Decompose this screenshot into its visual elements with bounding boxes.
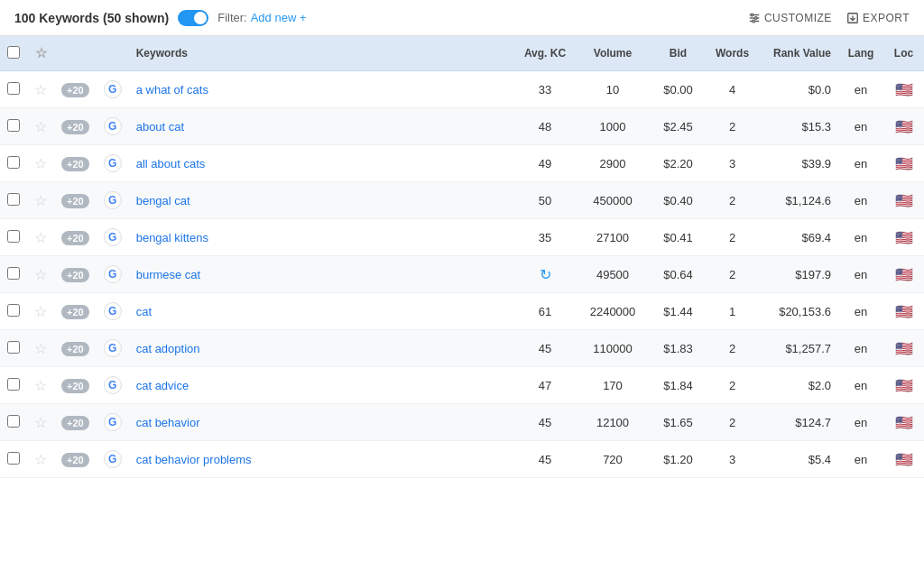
row-star-cell[interactable]: ☆ [27,293,54,330]
row-badge-cell[interactable]: +20 [54,182,97,219]
row-google-cell[interactable]: G [97,145,129,182]
row-google-cell[interactable]: G [97,293,129,330]
row-google-cell[interactable]: G [97,182,129,219]
keyword-link[interactable]: cat behavior [136,416,200,429]
row-checkbox[interactable] [7,230,20,243]
keyword-link[interactable]: cat behavior problems [136,453,252,466]
loc-col-header[interactable]: Loc [883,36,924,71]
star-icon[interactable]: ☆ [34,341,47,356]
google-search-button[interactable]: G [104,154,122,172]
google-search-button[interactable]: G [104,191,122,209]
row-google-cell[interactable]: G [97,71,129,108]
add-new-link[interactable]: Add new + [251,11,307,24]
row-checkbox[interactable] [7,193,20,206]
keyword-link[interactable]: about cat [136,120,185,133]
google-search-button[interactable]: G [104,80,122,98]
row-badge-cell[interactable]: +20 [54,441,97,478]
rank-value-col-header[interactable]: Rank Value [757,36,838,71]
row-checkbox-cell[interactable] [0,404,27,441]
row-checkbox-cell[interactable] [0,108,27,145]
row-checkbox-cell[interactable] [0,330,27,367]
row-star-cell[interactable]: ☆ [27,71,54,108]
keyword-link[interactable]: a what of cats [136,83,208,97]
row-star-cell[interactable]: ☆ [27,145,54,182]
badge[interactable]: +20 [61,379,89,393]
row-checkbox[interactable] [7,82,20,95]
google-search-button[interactable]: G [104,265,122,283]
filter-toggle[interactable] [178,10,208,26]
volume-col-header[interactable]: Volume [577,36,649,71]
row-checkbox-cell[interactable] [0,293,27,330]
star-icon[interactable]: ☆ [34,304,47,319]
row-badge-cell[interactable]: +20 [54,108,97,145]
row-google-cell[interactable]: G [97,219,129,256]
row-checkbox[interactable] [7,156,20,169]
row-star-cell[interactable]: ☆ [27,182,54,219]
star-icon[interactable]: ☆ [34,415,47,430]
bid-col-header[interactable]: Bid [649,36,707,71]
row-checkbox[interactable] [7,378,20,391]
row-google-cell[interactable]: G [97,256,129,293]
badge[interactable]: +20 [61,194,89,208]
row-checkbox-cell[interactable] [0,441,27,478]
keyword-link[interactable]: burmese cat [136,268,201,281]
select-all-header[interactable] [0,36,27,71]
row-badge-cell[interactable]: +20 [54,367,97,404]
star-icon[interactable]: ☆ [34,230,47,245]
row-checkbox-cell[interactable] [0,256,27,293]
row-checkbox-cell[interactable] [0,182,27,219]
row-checkbox[interactable] [7,119,20,132]
google-search-button[interactable]: G [104,376,122,394]
star-icon[interactable]: ☆ [34,156,47,171]
badge[interactable]: +20 [61,268,89,282]
google-search-button[interactable]: G [104,339,122,357]
row-badge-cell[interactable]: +20 [54,219,97,256]
lang-col-header[interactable]: Lang [838,36,883,71]
row-star-cell[interactable]: ☆ [27,404,54,441]
export-button[interactable]: EXPORT [846,12,910,24]
row-google-cell[interactable]: G [97,441,129,478]
badge[interactable]: +20 [61,231,89,245]
avg-kc-col-header[interactable]: Avg. KC [513,36,577,71]
keyword-link[interactable]: all about cats [136,157,206,170]
row-checkbox[interactable] [7,304,20,317]
star-icon[interactable]: ☆ [34,378,47,393]
row-badge-cell[interactable]: +20 [54,256,97,293]
row-star-cell[interactable]: ☆ [27,367,54,404]
star-icon[interactable]: ☆ [34,193,47,208]
row-star-cell[interactable]: ☆ [27,108,54,145]
keyword-link[interactable]: cat [136,305,152,318]
keyword-link[interactable]: bengal kittens [136,231,208,244]
row-checkbox[interactable] [7,341,20,354]
customize-button[interactable]: CUSTOMIZE [748,12,832,24]
row-badge-cell[interactable]: +20 [54,71,97,108]
keyword-link[interactable]: cat advice [136,379,189,392]
row-badge-cell[interactable]: +20 [54,404,97,441]
row-checkbox-cell[interactable] [0,219,27,256]
star-icon[interactable]: ☆ [34,119,47,134]
badge[interactable]: +20 [61,453,89,467]
google-search-button[interactable]: G [104,450,122,468]
badge[interactable]: +20 [61,83,89,97]
row-badge-cell[interactable]: +20 [54,293,97,330]
words-col-header[interactable]: Words [707,36,757,71]
google-search-button[interactable]: G [104,413,122,431]
row-star-cell[interactable]: ☆ [27,441,54,478]
row-google-cell[interactable]: G [97,404,129,441]
row-star-cell[interactable]: ☆ [27,219,54,256]
badge[interactable]: +20 [61,157,89,171]
google-search-button[interactable]: G [104,302,122,320]
row-star-cell[interactable]: ☆ [27,256,54,293]
row-star-cell[interactable]: ☆ [27,330,54,367]
keyword-link[interactable]: cat adoption [136,342,200,355]
row-google-cell[interactable]: G [97,108,129,145]
star-icon[interactable]: ☆ [34,82,47,97]
row-checkbox-cell[interactable] [0,367,27,404]
row-checkbox[interactable] [7,267,20,280]
google-search-button[interactable]: G [104,228,122,246]
badge[interactable]: +20 [61,342,89,356]
row-google-cell[interactable]: G [97,330,129,367]
row-checkbox-cell[interactable] [0,145,27,182]
google-search-button[interactable]: G [104,117,122,135]
row-badge-cell[interactable]: +20 [54,330,97,367]
